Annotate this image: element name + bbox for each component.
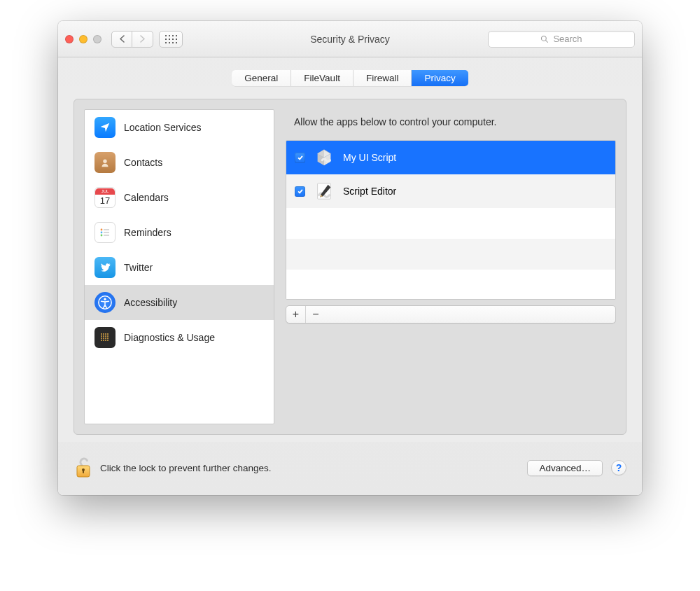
svg-point-10 <box>104 298 106 300</box>
sidebar-item-contacts[interactable]: Contacts <box>85 145 274 180</box>
svg-rect-6 <box>104 232 109 233</box>
diagnostics-icon <box>94 327 115 348</box>
svg-point-25 <box>105 340 106 341</box>
lock-control[interactable]: Click the lock to prevent further change… <box>74 456 272 480</box>
sidebar-item-label: Twitter <box>124 262 153 273</box>
sidebar-item-label: Reminders <box>124 227 172 238</box>
titlebar: Security & Privacy Search <box>58 21 642 57</box>
lock-open-icon <box>74 456 93 480</box>
app-list: My UI Script Script Editor <box>286 140 616 300</box>
svg-point-5 <box>101 232 103 234</box>
svg-point-7 <box>101 235 103 237</box>
zoom-window-button[interactable] <box>93 35 102 43</box>
search-icon <box>540 35 549 43</box>
footer: Click the lock to prevent further change… <box>58 442 642 495</box>
lock-text: Click the lock to prevent further change… <box>100 463 272 473</box>
app-checkbox[interactable] <box>295 186 305 197</box>
script-app-icon <box>314 147 335 168</box>
chevron-left-icon <box>119 35 125 43</box>
app-row-empty <box>286 270 615 300</box>
checkmark-icon <box>297 188 304 195</box>
app-name: My UI Script <box>343 152 396 163</box>
twitter-icon <box>94 257 115 278</box>
content-area: Location Services Contacts JUL 17 Calend… <box>58 86 642 442</box>
svg-point-12 <box>103 333 104 335</box>
sidebar-item-diagnostics[interactable]: Diagnostics & Usage <box>85 320 274 355</box>
svg-point-19 <box>101 338 102 339</box>
svg-point-16 <box>103 335 104 337</box>
forward-button[interactable] <box>132 31 153 48</box>
svg-point-15 <box>101 335 102 337</box>
show-all-button[interactable] <box>159 31 183 48</box>
location-icon <box>94 117 115 138</box>
close-window-button[interactable] <box>65 35 74 43</box>
svg-point-22 <box>107 338 108 339</box>
search-field[interactable]: Search <box>488 31 635 48</box>
help-icon: ? <box>616 462 622 473</box>
app-row-empty <box>286 208 615 239</box>
tab-segmented-control: General FileVault Firewall Privacy <box>232 70 468 86</box>
svg-point-2 <box>103 160 106 163</box>
sidebar-item-label: Calendars <box>124 192 169 203</box>
add-remove-control: + − <box>286 305 616 324</box>
tab-row: General FileVault Firewall Privacy <box>58 57 642 86</box>
svg-point-18 <box>107 335 108 337</box>
sidebar-item-label: Accessibility <box>124 297 177 308</box>
contacts-icon <box>94 152 115 173</box>
app-row-empty <box>286 239 615 270</box>
advanced-button[interactable]: Advanced… <box>527 460 603 476</box>
help-button[interactable]: ? <box>611 460 626 475</box>
svg-point-14 <box>107 333 108 335</box>
tab-general[interactable]: General <box>232 70 291 86</box>
svg-point-3 <box>101 229 103 231</box>
sidebar-item-reminders[interactable]: Reminders <box>85 215 274 250</box>
remove-button[interactable]: − <box>306 306 326 323</box>
privacy-pane: Location Services Contacts JUL 17 Calend… <box>74 99 626 435</box>
tab-privacy[interactable]: Privacy <box>412 70 468 86</box>
back-button[interactable] <box>111 31 132 48</box>
app-row[interactable]: Script Editor <box>286 174 615 208</box>
svg-line-1 <box>546 40 548 42</box>
plus-icon: + <box>293 308 299 321</box>
sidebar-item-label: Location Services <box>124 122 202 133</box>
svg-point-21 <box>105 338 106 339</box>
svg-point-0 <box>542 36 547 41</box>
sidebar-item-calendars[interactable]: JUL 17 Calendars <box>85 180 274 215</box>
svg-rect-30 <box>83 470 84 473</box>
detail-heading: Allow the apps below to control your com… <box>286 109 616 140</box>
nav-buttons <box>111 31 153 48</box>
svg-point-13 <box>105 333 106 335</box>
tab-filevault[interactable]: FileVault <box>291 70 354 86</box>
traffic-lights <box>65 35 102 43</box>
reminders-icon <box>94 222 115 243</box>
svg-point-17 <box>105 335 106 337</box>
sidebar-item-twitter[interactable]: Twitter <box>85 250 274 285</box>
chevron-right-icon <box>139 35 146 43</box>
app-checkbox[interactable] <box>295 153 305 163</box>
minimize-window-button[interactable] <box>79 35 88 43</box>
app-name: Script Editor <box>343 186 396 197</box>
grid-icon <box>165 35 177 43</box>
privacy-sidebar: Location Services Contacts JUL 17 Calend… <box>84 109 274 424</box>
sidebar-item-location-services[interactable]: Location Services <box>85 110 274 145</box>
script-editor-icon <box>314 181 335 202</box>
svg-rect-8 <box>104 235 109 236</box>
accessibility-icon <box>94 292 115 313</box>
svg-rect-4 <box>104 229 109 230</box>
svg-point-24 <box>103 340 104 341</box>
add-button[interactable]: + <box>286 306 306 323</box>
preferences-window: Security & Privacy Search General FileVa… <box>58 21 642 495</box>
svg-point-23 <box>101 340 102 341</box>
minus-icon: − <box>312 308 318 321</box>
app-row[interactable]: My UI Script <box>286 141 615 174</box>
search-placeholder: Search <box>553 34 582 44</box>
sidebar-item-accessibility[interactable]: Accessibility <box>85 285 274 320</box>
sidebar-item-label: Diagnostics & Usage <box>124 332 215 343</box>
sidebar-item-label: Contacts <box>124 157 162 168</box>
svg-point-11 <box>101 333 102 335</box>
calendar-icon: JUL 17 <box>94 187 115 208</box>
svg-point-20 <box>103 338 104 339</box>
checkmark-icon <box>297 154 304 161</box>
privacy-detail: Allow the apps below to control your com… <box>286 109 616 424</box>
tab-firewall[interactable]: Firewall <box>354 70 412 86</box>
